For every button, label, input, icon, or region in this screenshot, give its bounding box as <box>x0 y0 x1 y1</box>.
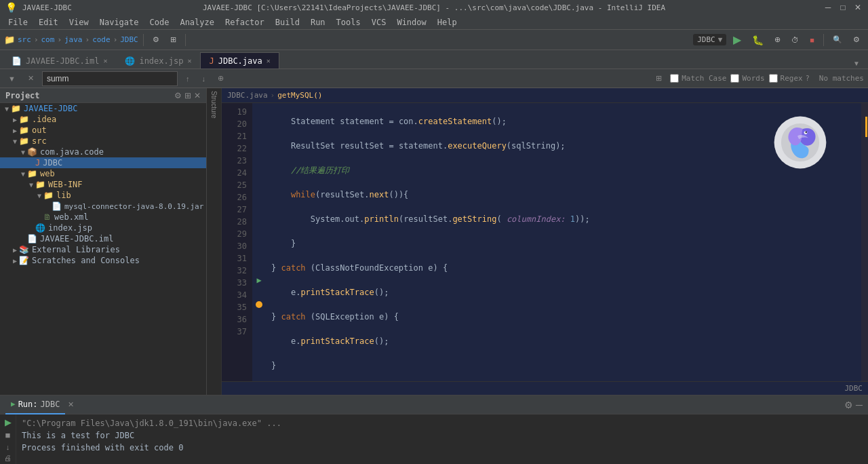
extlib-icon: 📚 <box>19 245 29 254</box>
minimap <box>861 103 868 381</box>
tab-iml-label: JAVAEE-JDBC.iml <box>26 56 99 66</box>
tree-item-lib[interactable]: ▼ 📁 lib <box>0 190 206 201</box>
project-close-icon[interactable]: ✕ <box>194 91 201 100</box>
code-line-23: System.out.println(resultSet.getString( … <box>271 213 856 225</box>
run-tab-close[interactable]: ✕ <box>68 400 74 409</box>
menu-refactor[interactable]: Refactor <box>220 16 270 28</box>
tree-item-index-jsp[interactable]: 🌐 index.jsp <box>0 223 206 233</box>
run-config-label: JDBC <box>697 35 715 44</box>
tree-item-out[interactable]: ▶ 📁 out <box>0 125 206 136</box>
menu-edit[interactable]: Edit <box>33 16 64 28</box>
breakpoint-indicator[interactable] <box>252 298 266 311</box>
scroll-end-button[interactable]: ↓ <box>6 443 10 451</box>
rerun-button[interactable]: ▶ <box>5 417 12 427</box>
run-minimize-button[interactable]: ─ <box>856 400 863 410</box>
menu-file[interactable]: File <box>3 16 33 28</box>
structure-button[interactable]: Structure <box>210 91 218 119</box>
match-case-checkbox[interactable] <box>670 74 679 83</box>
settings-button[interactable]: ⚙ <box>149 34 163 45</box>
arrow-scratches: ▶ <box>11 257 19 265</box>
stop-button[interactable]: ■ <box>806 35 818 45</box>
tab-iml-close[interactable]: ✕ <box>103 57 107 64</box>
menu-run[interactable]: Run <box>305 16 331 28</box>
run-tab-run[interactable]: ▶ Run: JDBC <box>5 395 65 414</box>
tree-label-mysql-jar: mysql-connector-java-8.0.19.jar <box>64 202 203 211</box>
menu-help[interactable]: Help <box>432 16 462 28</box>
settings2-button[interactable]: ⚙ <box>849 34 864 45</box>
tab-java-close[interactable]: ✕ <box>267 57 271 64</box>
arrow-webinf: ▼ <box>27 181 35 189</box>
tree-item-web[interactable]: ▼ 📁 web <box>0 168 206 179</box>
debug-button[interactable]: 🐛 <box>748 33 768 47</box>
code-line-24: } <box>271 237 856 250</box>
tab-iml-icon: 📄 <box>12 56 22 66</box>
tree-item-ext-libs[interactable]: ▶ 📚 External Libraries <box>0 244 206 255</box>
tree-item-webinf[interactable]: ▼ 📁 WEB-INF <box>0 179 206 190</box>
search-everywhere-button[interactable]: 🔍 <box>829 34 846 45</box>
arrow-src: ▼ <box>11 138 19 145</box>
stop-run-button[interactable]: ■ <box>5 430 11 440</box>
menu-vcs[interactable]: VCS <box>366 16 392 28</box>
code-content[interactable]: Statement statement = con.createStatemen… <box>266 103 861 381</box>
code-line-28: e.printStackTrace(); <box>271 335 856 347</box>
close-button[interactable]: ✕ <box>853 3 863 12</box>
menu-window[interactable]: Window <box>391 16 431 28</box>
search-close2-button[interactable]: ⊕ <box>214 73 228 84</box>
project-gear-icon[interactable]: ⚙ <box>174 91 182 100</box>
run-output-content: "C:\Program Files\Java\jdk1.8.0_191\bin\… <box>16 414 868 464</box>
menu-analyze[interactable]: Analyze <box>174 16 220 28</box>
maximize-button[interactable]: □ <box>838 3 848 12</box>
search-close-button[interactable]: ✕ <box>24 73 38 84</box>
bottom-panel: ▶ Run: JDBC ✕ ⚙ ─ ▶ ■ ↓ 🖨 ⤵ 🗑 "C:\Progra… <box>0 395 868 464</box>
words-checkbox[interactable] <box>730 74 739 83</box>
code-line-19: Statement statement = con.createStatemen… <box>271 115 856 128</box>
layout-button[interactable]: ⊞ <box>166 34 180 45</box>
run-settings-button[interactable]: ⚙ <box>844 400 853 410</box>
tab-java[interactable]: J JDBC.java ✕ <box>200 52 279 69</box>
run-config-dropdown-icon[interactable]: ▼ <box>718 35 723 44</box>
project-name: JAVAEE-JDBC <box>22 3 72 12</box>
recent-files-button[interactable]: ▼ <box>849 58 864 69</box>
menu-navigate[interactable]: Navigate <box>94 16 144 28</box>
tree-item-javaee[interactable]: ▼ 📁 JAVAEE-JDBC <box>0 103 206 114</box>
regex-checkbox[interactable] <box>769 74 778 83</box>
profile-button[interactable]: ⏱ <box>787 35 803 45</box>
warning-indicator <box>865 117 867 137</box>
run-button[interactable]: ▶ <box>729 32 745 47</box>
menu-tools[interactable]: Tools <box>331 16 366 28</box>
code-area[interactable]: 19 20 21 22 23 24 25 26 27 28 29 30 31 3… <box>222 103 868 381</box>
tab-java-icon: J <box>209 56 214 66</box>
minimize-button[interactable]: ─ <box>823 3 833 12</box>
print-button[interactable]: 🖨 <box>4 454 12 462</box>
tree-item-mysql-jar[interactable]: 📄 mysql-connector-java-8.0.19.jar <box>0 201 206 212</box>
run-icon[interactable]: ▶ <box>252 274 266 286</box>
tab-iml[interactable]: 📄 JAVAEE-JDBC.iml ✕ <box>3 52 116 69</box>
menu-code[interactable]: Code <box>144 16 175 28</box>
tree-item-package[interactable]: ▼ 📦 com.java.code <box>0 147 206 157</box>
tree-item-src[interactable]: ▼ 📁 src <box>0 136 206 147</box>
tab-jsp[interactable]: 🌐 index.jsp ✕ <box>116 52 200 69</box>
coverage-button[interactable]: ⊕ <box>770 34 785 45</box>
tab-jsp-close[interactable]: ✕ <box>187 57 191 64</box>
tree-item-scratches[interactable]: ▶ 📝 Scratches and Consoles <box>0 255 206 266</box>
search-input[interactable] <box>42 71 178 86</box>
tree-item-jdbc[interactable]: J JDBC <box>0 157 206 168</box>
menu-view[interactable]: View <box>64 16 94 28</box>
tree-label-lib: lib <box>56 191 71 200</box>
tree-item-webxml[interactable]: 🗎 web.xml <box>0 212 206 223</box>
output-line-1: "C:\Program Files\Java\jdk1.8.0_191\bin\… <box>22 417 863 429</box>
search-next-button[interactable]: ↓ <box>197 73 210 84</box>
search-prev-button[interactable]: ↑ <box>182 73 194 84</box>
folder-icon-src: 📁 <box>19 136 29 146</box>
svg-point-2 <box>806 132 807 133</box>
regex-help-icon: ? <box>806 75 810 82</box>
tree-label-web: web <box>40 169 55 178</box>
run-left-controls: ▶ ■ ↓ 🖨 ⤵ 🗑 <box>0 414 16 464</box>
project-layout-icon[interactable]: ⊞ <box>184 91 191 100</box>
filter-button[interactable]: ⊞ <box>652 73 666 84</box>
menu-build[interactable]: Build <box>270 16 305 28</box>
tree-item-iml[interactable]: 📄 JAVAEE-JDBC.iml <box>0 233 206 244</box>
tree-item-idea[interactable]: ▶ 📁 .idea <box>0 114 206 125</box>
search-filter-button[interactable]: ▼ <box>4 73 20 84</box>
folder-icon-out: 📁 <box>19 125 29 135</box>
